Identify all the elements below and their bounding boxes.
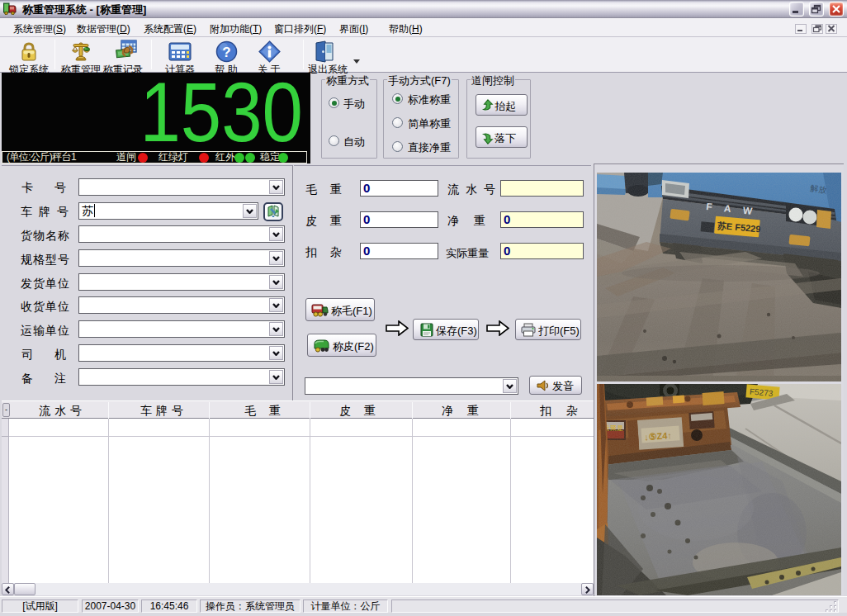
svg-text:?: ? xyxy=(222,45,230,60)
